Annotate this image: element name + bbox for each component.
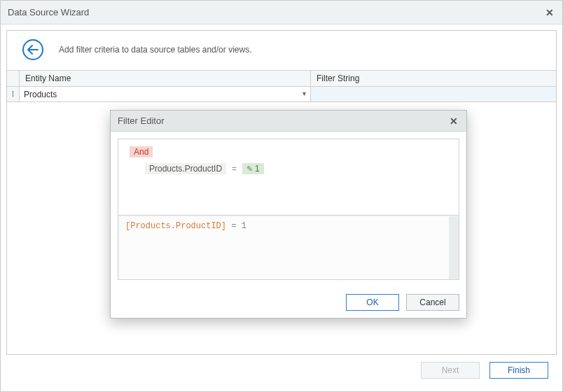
edit-cursor-icon: I: [12, 89, 15, 99]
expression-textarea[interactable]: [Products.ProductID] = 1: [118, 216, 459, 280]
chevron-down-icon: ▾: [303, 90, 306, 97]
dialog-title: Filter Editor: [118, 115, 164, 126]
window-title: Data Source Wizard: [8, 7, 89, 18]
criteria-tree[interactable]: And Products.ProductID = ✎ 1: [118, 139, 459, 216]
dialog-close-button[interactable]: ✕: [447, 114, 461, 128]
criteria-value-text: 1: [255, 164, 260, 174]
dialog-footer: OK Cancel: [111, 287, 466, 318]
instruction-text: Add filter criteria to data source table…: [59, 45, 251, 55]
entity-value: Products: [24, 90, 57, 99]
expression-wrap: [Products.ProductID] = 1: [118, 216, 459, 280]
back-button[interactable]: [22, 39, 43, 60]
cancel-button[interactable]: Cancel: [406, 294, 459, 311]
header-row: Add filter criteria to data source table…: [7, 31, 556, 70]
scrollbar[interactable]: [449, 216, 459, 279]
expr-rest: = 1: [226, 221, 246, 231]
window-close-button[interactable]: ✕: [543, 6, 557, 20]
ok-button[interactable]: OK: [346, 294, 399, 311]
filter-editor-dialog: Filter Editor ✕ And Products.ProductID =…: [110, 110, 467, 318]
criteria-field[interactable]: Products.ProductID: [145, 163, 226, 174]
criteria-line: Products.ProductID = ✎ 1: [127, 163, 450, 174]
content-inner: Add filter criteria to data source table…: [6, 30, 557, 355]
grid-row: I Products ▾: [7, 87, 556, 102]
next-button: Next: [421, 362, 480, 379]
dialog-titlebar: Filter Editor ✕: [111, 111, 466, 132]
window-titlebar: Data Source Wizard ✕: [1, 1, 562, 24]
dialog-body: And Products.ProductID = ✎ 1 [Products.P…: [111, 132, 466, 287]
grid-header-gutter: [7, 71, 20, 86]
criteria-operator[interactable]: =: [230, 164, 238, 174]
arrow-left-icon: [27, 45, 39, 55]
content-outer: Add filter criteria to data source table…: [1, 24, 562, 391]
group-operator[interactable]: And: [130, 146, 153, 158]
pencil-icon: ✎: [246, 164, 253, 174]
wizard-window: Data Source Wizard ✕ Add filter criteria…: [0, 0, 563, 392]
filter-string-cell[interactable]: [311, 87, 556, 102]
row-indicator: I: [7, 87, 20, 102]
finish-button[interactable]: Finish: [489, 362, 548, 379]
criteria-value[interactable]: ✎ 1: [242, 163, 264, 174]
col-header-entity[interactable]: Entity Name: [20, 71, 311, 86]
close-icon: ✕: [450, 115, 458, 127]
expr-field: [Products.ProductID]: [125, 221, 226, 231]
entity-dropdown[interactable]: Products ▾: [20, 87, 311, 102]
col-header-filter[interactable]: Filter String: [311, 71, 556, 86]
close-icon: ✕: [545, 7, 554, 18]
grid-header: Entity Name Filter String: [7, 70, 556, 87]
wizard-footer: Next Finish: [6, 355, 557, 386]
